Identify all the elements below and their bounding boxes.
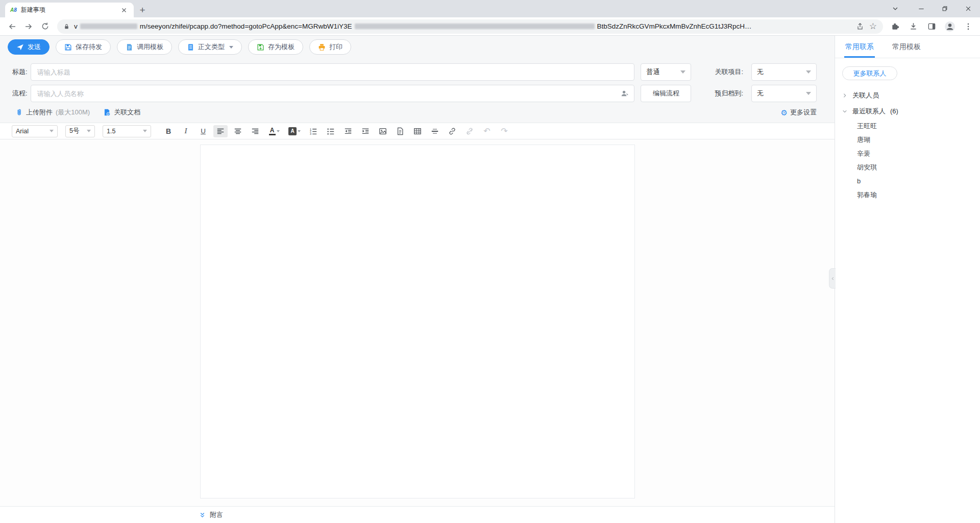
editor-page[interactable]	[200, 145, 635, 498]
document-check-icon	[103, 108, 111, 116]
contact-item[interactable]: 唐瑚	[842, 133, 980, 147]
site-favicon: A8	[10, 7, 17, 13]
page-wrap	[0, 139, 835, 498]
insert-document-icon[interactable]	[393, 125, 407, 137]
align-left-icon[interactable]	[213, 125, 228, 137]
select-person-icon[interactable]	[619, 88, 630, 99]
ordered-list-icon[interactable]: 123	[306, 125, 321, 137]
tab-frequent-contacts[interactable]: 常用联系	[844, 36, 875, 58]
contact-item[interactable]: 辛裴	[842, 147, 980, 160]
window-close-icon[interactable]	[957, 0, 980, 17]
printer-icon	[318, 43, 326, 51]
browser-tab[interactable]: A8 新建事项	[5, 3, 134, 17]
form-panel: 发送 保存待发 调用模板	[0, 36, 835, 123]
double-chevron-down-icon	[199, 512, 206, 518]
align-right-icon[interactable]	[248, 125, 262, 137]
extensions-puzzle-icon[interactable]	[887, 19, 902, 34]
redo-icon[interactable]: ↷	[497, 125, 511, 137]
line-height-select[interactable]: 1.5	[103, 125, 151, 137]
side-panel-icon[interactable]	[924, 19, 939, 34]
chevron-down-icon	[806, 70, 811, 74]
prearchive-select[interactable]: 无	[751, 85, 817, 102]
undo-icon[interactable]: ↶	[480, 125, 494, 137]
lock-icon[interactable]	[63, 23, 70, 30]
text-color-button[interactable]: A	[265, 125, 283, 137]
send-plane-icon	[16, 43, 24, 51]
bold-button[interactable]: B	[161, 125, 176, 137]
italic-button[interactable]: I	[179, 125, 193, 137]
priority-select[interactable]: 普通	[641, 63, 691, 81]
tab-title: 新建事项	[21, 6, 114, 14]
main-panel: 发送 保存待发 调用模板	[0, 36, 835, 523]
font-family-select[interactable]: Arial	[12, 125, 58, 137]
window-restore-icon[interactable]	[933, 0, 957, 17]
font-size-select[interactable]: 5号	[65, 125, 95, 137]
edit-flow-button[interactable]: 编辑流程	[641, 85, 691, 102]
chevron-down-icon	[143, 130, 147, 132]
bookmark-star-icon[interactable]: ☆	[869, 21, 877, 32]
group-recent-contacts[interactable]: 最近联系人 (6)	[842, 103, 980, 119]
contact-item[interactable]: 郭春瑜	[842, 188, 980, 202]
flow-label: 流程:	[12, 89, 28, 98]
outdent-icon[interactable]	[341, 125, 355, 137]
tab-search-icon[interactable]	[885, 0, 905, 17]
background-color-button[interactable]: A	[286, 125, 303, 137]
postscript-row[interactable]: 附言	[0, 506, 835, 523]
window-minimize-icon[interactable]	[910, 0, 933, 17]
horizontal-rule-icon[interactable]	[428, 125, 442, 137]
contact-item[interactable]: b	[842, 174, 980, 188]
related-project-label: 关联项目:	[715, 67, 743, 77]
url-text: v m/seeyon/zhifei/pcapp.do?method=gotoPc…	[74, 22, 851, 30]
bullet-list-icon[interactable]	[324, 125, 338, 137]
gear-icon: ⚙	[781, 109, 788, 116]
body-type-button[interactable]: 正文类型	[178, 39, 242, 55]
forward-icon[interactable]	[20, 18, 37, 35]
upload-attachment-link[interactable]: 上传附件(最大100M)	[15, 108, 90, 117]
use-template-button[interactable]: 调用模板	[117, 39, 172, 55]
paperclip-icon	[15, 108, 23, 116]
indent-icon[interactable]	[358, 125, 373, 137]
editor-toolbar: Arial 5号 1.5 B I U A	[0, 123, 835, 139]
align-center-icon[interactable]	[231, 125, 245, 137]
prearchive-label: 预归档到:	[715, 89, 743, 98]
tab-frequent-templates[interactable]: 常用模板	[891, 36, 922, 58]
back-icon[interactable]	[4, 18, 20, 35]
group-related-people[interactable]: 关联人员	[842, 87, 980, 103]
body-type-doc-icon	[187, 43, 194, 51]
downloads-icon[interactable]	[905, 19, 921, 34]
chevron-down-icon	[277, 130, 280, 132]
chevron-down-icon	[806, 92, 811, 95]
profile-avatar-icon[interactable]	[942, 19, 958, 34]
window-controls	[885, 0, 980, 17]
app-root: 发送 保存待发 调用模板	[0, 36, 980, 523]
send-button[interactable]: 发送	[8, 39, 50, 55]
print-button[interactable]: 打印	[309, 39, 351, 55]
url-bar[interactable]: v m/seeyon/zhifei/pcapp.do?method=gotoPc…	[57, 19, 883, 34]
new-tab-button[interactable]: +	[137, 5, 148, 16]
reload-icon[interactable]	[37, 18, 53, 35]
more-contacts-button[interactable]: 更多联系人	[842, 66, 897, 80]
save-as-template-button[interactable]: 存为模板	[248, 39, 303, 55]
contact-item[interactable]: 胡安琪	[842, 160, 980, 174]
chrome-action-icons	[887, 19, 976, 34]
chevron-right-icon	[842, 92, 848, 99]
share-icon[interactable]	[856, 22, 864, 31]
insert-link-icon[interactable]	[445, 125, 459, 137]
related-document-link[interactable]: 关联文档	[103, 108, 140, 117]
flow-input[interactable]	[31, 85, 635, 102]
tab-close-icon[interactable]	[118, 5, 130, 16]
insert-image-icon[interactable]	[376, 125, 390, 137]
title-input[interactable]	[31, 63, 635, 81]
sidebar-collapse-handle[interactable]	[829, 268, 836, 289]
sidebar-tabs: 常用联系 常用模板	[835, 36, 980, 58]
contact-item[interactable]: 王旺旺	[842, 119, 980, 133]
insert-table-icon[interactable]	[410, 125, 425, 137]
menu-dots-icon[interactable]	[961, 19, 976, 34]
underline-button[interactable]: U	[196, 125, 210, 137]
remove-link-icon[interactable]	[462, 125, 477, 137]
more-settings-link[interactable]: ⚙ 更多设置	[781, 108, 817, 117]
chevron-down-icon	[680, 70, 685, 74]
save-pending-button[interactable]: 保存待发	[56, 39, 111, 55]
related-project-select[interactable]: 无	[751, 63, 817, 81]
contacts-sidebar: 常用联系 常用模板 更多联系人 关联人员 最近联系人 (6) 王旺旺 唐瑚 辛裴…	[835, 36, 980, 523]
